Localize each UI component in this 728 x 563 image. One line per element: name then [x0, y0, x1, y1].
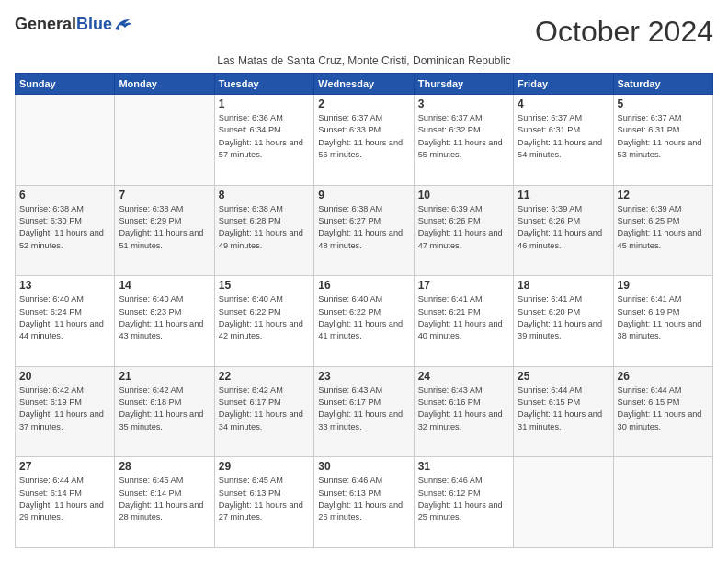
table-row: 9Sunrise: 6:38 AMSunset: 6:27 PMDaylight…: [314, 185, 414, 276]
day-number: 4: [518, 98, 609, 110]
day-number: 30: [318, 460, 409, 473]
day-info: Sunrise: 6:40 AMSunset: 6:23 PMDaylight:…: [119, 293, 210, 342]
table-row: 5Sunrise: 6:37 AMSunset: 6:31 PMDaylight…: [613, 95, 712, 186]
header-tuesday: Tuesday: [214, 74, 313, 95]
day-number: 19: [618, 279, 709, 292]
day-number: 15: [219, 279, 310, 292]
day-info: Sunrise: 6:39 AMSunset: 6:26 PMDaylight:…: [418, 203, 509, 252]
table-row: 18Sunrise: 6:41 AMSunset: 6:20 PMDayligh…: [514, 276, 613, 367]
day-info: Sunrise: 6:38 AMSunset: 6:28 PMDaylight:…: [219, 203, 310, 252]
day-info: Sunrise: 6:40 AMSunset: 6:22 PMDaylight:…: [318, 293, 409, 342]
table-row: 10Sunrise: 6:39 AMSunset: 6:26 PMDayligh…: [414, 185, 513, 276]
day-number: 29: [219, 460, 310, 473]
day-info: Sunrise: 6:45 AMSunset: 6:14 PMDaylight:…: [119, 475, 210, 523]
table-row: 7Sunrise: 6:38 AMSunset: 6:29 PMDaylight…: [115, 185, 214, 276]
day-info: Sunrise: 6:40 AMSunset: 6:24 PMDaylight:…: [19, 293, 110, 342]
day-number: 9: [318, 189, 409, 201]
day-number: 11: [518, 189, 609, 201]
day-info: Sunrise: 6:42 AMSunset: 6:18 PMDaylight:…: [119, 385, 210, 433]
day-info: Sunrise: 6:46 AMSunset: 6:13 PMDaylight:…: [318, 475, 409, 523]
table-row: 23Sunrise: 6:43 AMSunset: 6:17 PMDayligh…: [314, 366, 414, 457]
day-info: Sunrise: 6:41 AMSunset: 6:19 PMDaylight:…: [618, 293, 709, 342]
calendar-week-4: 20Sunrise: 6:42 AMSunset: 6:19 PMDayligh…: [16, 366, 713, 457]
day-info: Sunrise: 6:43 AMSunset: 6:17 PMDaylight:…: [318, 385, 409, 433]
day-info: Sunrise: 6:42 AMSunset: 6:17 PMDaylight:…: [219, 385, 310, 433]
day-number: 28: [119, 460, 210, 473]
table-row: 13Sunrise: 6:40 AMSunset: 6:24 PMDayligh…: [16, 276, 115, 367]
table-row: 2Sunrise: 6:37 AMSunset: 6:33 PMDaylight…: [314, 95, 414, 186]
day-number: 14: [119, 279, 210, 292]
day-number: 23: [318, 370, 409, 383]
day-number: 26: [618, 370, 709, 383]
day-info: Sunrise: 6:37 AMSunset: 6:31 PMDaylight:…: [618, 112, 709, 161]
day-number: 5: [618, 98, 709, 110]
header-thursday: Thursday: [414, 74, 513, 95]
logo: GeneralBlue: [15, 15, 133, 34]
month-title: October 2024: [535, 15, 713, 49]
table-row: 16Sunrise: 6:40 AMSunset: 6:22 PMDayligh…: [314, 276, 414, 367]
day-number: 21: [119, 370, 210, 383]
day-number: 1: [219, 98, 310, 110]
page: GeneralBlue October 2024 Las Matas de Sa…: [0, 0, 728, 563]
table-row: 21Sunrise: 6:42 AMSunset: 6:18 PMDayligh…: [115, 366, 214, 457]
day-info: Sunrise: 6:37 AMSunset: 6:31 PMDaylight:…: [518, 112, 609, 161]
table-row: 20Sunrise: 6:42 AMSunset: 6:19 PMDayligh…: [16, 366, 115, 457]
table-row: 28Sunrise: 6:45 AMSunset: 6:14 PMDayligh…: [115, 457, 214, 548]
day-info: Sunrise: 6:39 AMSunset: 6:26 PMDaylight:…: [518, 203, 609, 252]
day-info: Sunrise: 6:45 AMSunset: 6:13 PMDaylight:…: [219, 475, 310, 523]
header-friday: Friday: [514, 74, 613, 95]
day-info: Sunrise: 6:38 AMSunset: 6:27 PMDaylight:…: [318, 203, 409, 252]
calendar-table: Sunday Monday Tuesday Wednesday Thursday…: [15, 73, 713, 548]
table-row: 26Sunrise: 6:44 AMSunset: 6:15 PMDayligh…: [613, 366, 712, 457]
table-row: 25Sunrise: 6:44 AMSunset: 6:15 PMDayligh…: [514, 366, 613, 457]
day-info: Sunrise: 6:43 AMSunset: 6:16 PMDaylight:…: [418, 385, 509, 433]
table-row: 22Sunrise: 6:42 AMSunset: 6:17 PMDayligh…: [214, 366, 313, 457]
header-saturday: Saturday: [613, 74, 712, 95]
subtitle: Las Matas de Santa Cruz, Monte Cristi, D…: [15, 54, 713, 67]
day-info: Sunrise: 6:38 AMSunset: 6:29 PMDaylight:…: [119, 203, 210, 252]
day-number: 8: [219, 189, 310, 201]
header-sunday: Sunday: [16, 74, 115, 95]
day-number: 12: [618, 189, 709, 201]
day-number: 27: [19, 460, 110, 473]
day-number: 16: [318, 279, 409, 292]
day-info: Sunrise: 6:44 AMSunset: 6:15 PMDaylight:…: [618, 385, 709, 433]
table-row: 19Sunrise: 6:41 AMSunset: 6:19 PMDayligh…: [613, 276, 712, 367]
table-row: 15Sunrise: 6:40 AMSunset: 6:22 PMDayligh…: [214, 276, 313, 367]
table-row: 8Sunrise: 6:38 AMSunset: 6:28 PMDaylight…: [214, 185, 313, 276]
calendar-week-1: 1Sunrise: 6:36 AMSunset: 6:34 PMDaylight…: [16, 95, 713, 186]
day-number: 25: [518, 370, 609, 383]
table-row: 24Sunrise: 6:43 AMSunset: 6:16 PMDayligh…: [414, 366, 513, 457]
table-row: 27Sunrise: 6:44 AMSunset: 6:14 PMDayligh…: [16, 457, 115, 548]
header-monday: Monday: [115, 74, 214, 95]
calendar-week-2: 6Sunrise: 6:38 AMSunset: 6:30 PMDaylight…: [16, 185, 713, 276]
table-row: 4Sunrise: 6:37 AMSunset: 6:31 PMDaylight…: [514, 95, 613, 186]
logo-text: GeneralBlue: [15, 15, 133, 34]
table-row: 14Sunrise: 6:40 AMSunset: 6:23 PMDayligh…: [115, 276, 214, 367]
calendar-week-5: 27Sunrise: 6:44 AMSunset: 6:14 PMDayligh…: [16, 457, 713, 548]
bird-icon: [113, 17, 133, 33]
day-info: Sunrise: 6:39 AMSunset: 6:25 PMDaylight:…: [618, 203, 709, 252]
day-info: Sunrise: 6:36 AMSunset: 6:34 PMDaylight:…: [219, 112, 310, 161]
calendar-week-3: 13Sunrise: 6:40 AMSunset: 6:24 PMDayligh…: [16, 276, 713, 367]
logo-general: GeneralBlue: [15, 15, 112, 34]
title-area: October 2024: [535, 15, 713, 49]
day-info: Sunrise: 6:46 AMSunset: 6:12 PMDaylight:…: [418, 475, 509, 523]
header: GeneralBlue October 2024: [15, 15, 713, 49]
header-wednesday: Wednesday: [314, 74, 414, 95]
calendar-body: 1Sunrise: 6:36 AMSunset: 6:34 PMDaylight…: [16, 95, 713, 548]
table-row: [514, 457, 613, 548]
day-number: 31: [418, 460, 509, 473]
day-number: 13: [19, 279, 110, 292]
day-number: 18: [518, 279, 609, 292]
table-row: 17Sunrise: 6:41 AMSunset: 6:21 PMDayligh…: [414, 276, 513, 367]
table-row: [115, 95, 214, 186]
table-row: 29Sunrise: 6:45 AMSunset: 6:13 PMDayligh…: [214, 457, 313, 548]
day-info: Sunrise: 6:37 AMSunset: 6:32 PMDaylight:…: [418, 112, 509, 161]
table-row: [613, 457, 712, 548]
day-number: 2: [318, 98, 409, 110]
day-info: Sunrise: 6:41 AMSunset: 6:20 PMDaylight:…: [518, 293, 609, 342]
table-row: 30Sunrise: 6:46 AMSunset: 6:13 PMDayligh…: [314, 457, 414, 548]
day-number: 6: [19, 189, 110, 201]
table-row: 12Sunrise: 6:39 AMSunset: 6:25 PMDayligh…: [613, 185, 712, 276]
